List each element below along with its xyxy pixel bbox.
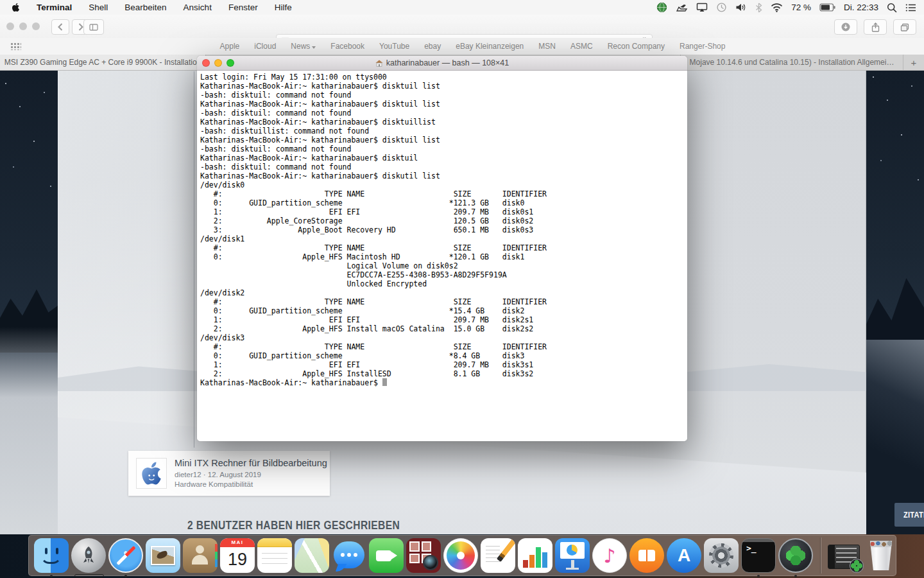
close-button[interactable] <box>202 59 210 67</box>
terminal-window[interactable]: katharinabauer — bash — 108×41 Last logi… <box>197 56 687 441</box>
menu-item-fenster[interactable]: Fenster <box>228 3 258 12</box>
menu-item-shell[interactable]: Shell <box>89 3 108 12</box>
finder-icon <box>34 538 69 573</box>
dock-maps[interactable] <box>295 538 329 573</box>
bluetooth-status-icon[interactable] <box>755 3 762 13</box>
dock-clover-configurator[interactable] <box>778 538 813 573</box>
dock-system-preferences[interactable] <box>704 538 739 573</box>
itunes-icon: ♪ <box>592 538 627 573</box>
hackintosh-logo <box>136 458 167 489</box>
terminal-content[interactable]: Last login: Fri May 15 17:31:00 on ttys0… <box>197 71 687 441</box>
minimize-window-button[interactable] <box>19 22 27 30</box>
bookmark-ranger-shop[interactable]: Ranger-Shop <box>680 42 725 51</box>
tab-overview-button[interactable] <box>893 19 916 35</box>
bookmark-asmc[interactable]: ASMC <box>570 42 593 51</box>
calendar-icon: MAI 19 <box>220 538 255 573</box>
dock-messages[interactable] <box>332 538 366 573</box>
running-indicator <box>50 575 53 577</box>
ibooks-icon <box>629 538 664 573</box>
keynote-icon <box>555 538 590 573</box>
bookmark-icloud[interactable]: iCloud <box>254 42 276 51</box>
pages-icon <box>481 538 515 573</box>
launchpad-icon <box>71 538 106 573</box>
dock-numbers[interactable] <box>518 538 552 573</box>
favorites-grid-icon[interactable] <box>10 42 21 50</box>
notes-icon <box>257 538 292 573</box>
thread-card[interactable]: Mini ITX Rechner für Bildbearbeitung die… <box>128 451 330 496</box>
bookmark-youtube[interactable]: YouTube <box>379 42 409 51</box>
dock-facetime[interactable] <box>369 538 404 573</box>
downloads-button[interactable] <box>834 19 857 35</box>
dock-notes[interactable] <box>257 538 292 573</box>
volume-status-icon[interactable] <box>735 3 747 12</box>
dock-safari[interactable] <box>108 538 143 573</box>
globe-status-icon[interactable] <box>656 2 667 13</box>
terminal-app-icon: >_ <box>741 538 776 573</box>
mail-icon <box>146 538 180 573</box>
bookmark-news[interactable]: News <box>291 42 316 51</box>
time-machine-status-icon[interactable] <box>716 2 727 13</box>
airplay-status-icon[interactable] <box>696 3 708 12</box>
dock-pages[interactable] <box>481 538 515 573</box>
menu-item-hilfe[interactable]: Hilfe <box>275 3 292 12</box>
system-preferences-icon <box>704 538 739 573</box>
bookmarks-bar: Apple iCloud News Facebook YouTube ebay … <box>0 38 924 55</box>
spotlight-search-icon[interactable] <box>887 3 897 13</box>
close-window-button[interactable] <box>6 22 14 30</box>
calendar-day: 19 <box>220 547 255 572</box>
home-folder-icon <box>375 60 383 67</box>
zoom-button[interactable] <box>227 59 234 67</box>
dock-contacts[interactable] <box>183 538 218 573</box>
new-tab-button[interactable]: + <box>903 55 924 70</box>
menu-bar: Terminal Shell Bearbeiten Ansicht Fenste… <box>0 0 924 15</box>
terminal-title: katharinabauer — bash — 108×41 <box>386 58 509 67</box>
dock-photos[interactable] <box>443 538 478 573</box>
bookmark-recon-company[interactable]: Recon Company <box>608 42 665 51</box>
terminal-title-bar[interactable]: katharinabauer — bash — 108×41 <box>197 56 687 71</box>
bookmark-apple[interactable]: Apple <box>220 42 240 51</box>
wifi-status-icon[interactable] <box>771 3 783 12</box>
dock-app-store[interactable]: A <box>667 538 701 573</box>
calendar-month: MAI <box>220 538 255 547</box>
menu-item-bearbeiten[interactable]: Bearbeiten <box>124 3 166 12</box>
dock-launchpad[interactable] <box>71 538 106 573</box>
dock-terminal[interactable]: >_ <box>741 538 776 573</box>
minimize-button[interactable] <box>214 59 222 67</box>
notification-center-icon[interactable] <box>905 3 916 12</box>
thread-category[interactable]: Hardware Kompatibilität <box>175 480 327 489</box>
scanner-status-icon[interactable] <box>676 3 688 13</box>
dock: MAI 19 ♪ A >_ <box>28 535 896 576</box>
apple-menu-icon[interactable] <box>12 3 20 12</box>
dock-itunes[interactable]: ♪ <box>592 538 627 573</box>
chevron-down-icon <box>312 46 316 49</box>
stars-decoration <box>5 83 6 84</box>
thread-title[interactable]: Mini ITX Rechner für Bildbearbeitung <box>175 458 327 468</box>
bookmark-ebay[interactable]: ebay <box>424 42 441 51</box>
tab-msi-z390[interactable]: MSI Z390 Gaming Edge AC + Core i9 9900K … <box>0 55 206 70</box>
quotes-button[interactable]: ZITATE (1) <box>894 503 924 527</box>
facetime-icon <box>369 538 404 573</box>
menu-item-ansicht[interactable]: Ansicht <box>184 3 212 12</box>
dock-calendar[interactable]: MAI 19 <box>220 538 255 573</box>
dock-trash[interactable] <box>864 538 898 573</box>
back-button[interactable] <box>51 19 69 35</box>
bookmark-facebook[interactable]: Facebook <box>330 42 364 51</box>
maps-icon <box>295 538 329 573</box>
dock-keynote[interactable] <box>555 538 590 573</box>
fog-decoration <box>0 327 59 534</box>
share-button[interactable] <box>864 19 887 35</box>
battery-icon[interactable] <box>819 3 835 12</box>
dock-ibooks[interactable] <box>629 538 664 573</box>
menu-clock[interactable]: Di. 22:33 <box>844 3 878 12</box>
tab-mojave-catalina[interactable]: Mojave 10.14.6 und Catalina 10.15) - Ins… <box>680 55 903 70</box>
bookmark-ebay-kleinanzeigen[interactable]: eBay Kleinanzeigen <box>456 42 524 51</box>
running-indicator <box>757 575 760 577</box>
zoom-window-button[interactable] <box>32 22 40 30</box>
bookmark-msn[interactable]: MSN <box>538 42 556 51</box>
sidebar-button[interactable] <box>83 19 104 35</box>
menu-app-name[interactable]: Terminal <box>37 3 72 12</box>
dock-photo-booth[interactable] <box>406 538 441 573</box>
dock-mail[interactable] <box>146 538 180 573</box>
dock-finder[interactable] <box>34 538 69 573</box>
dock-minimized-window[interactable] <box>828 538 861 573</box>
